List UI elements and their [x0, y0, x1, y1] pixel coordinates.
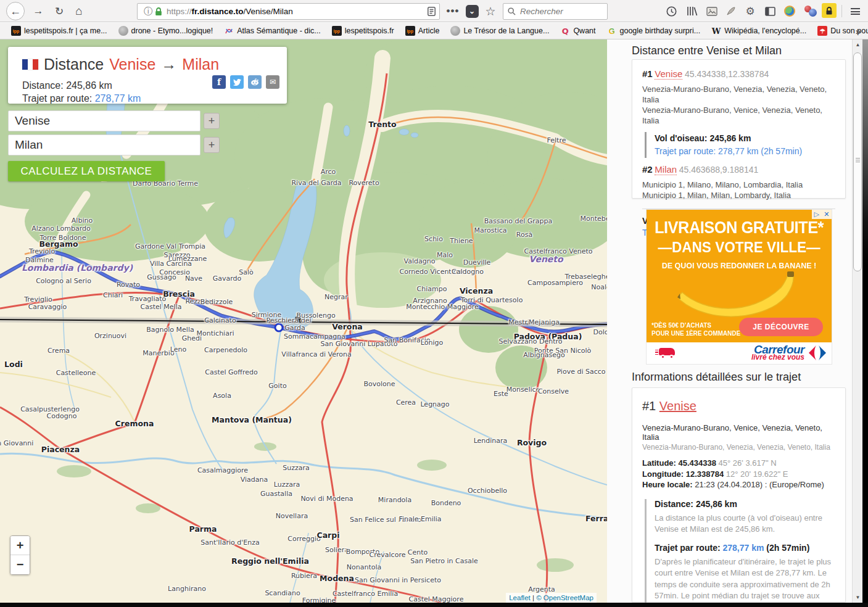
- red-favicon-icon: ☂: [817, 26, 827, 36]
- map-label: Mirandola: [378, 496, 411, 504]
- map-label: Calcinato: [204, 316, 236, 324]
- email-share-icon[interactable]: ✉: [266, 75, 279, 89]
- spheres-extension-icon[interactable]: [802, 3, 819, 19]
- twitter-share-icon[interactable]: [230, 75, 244, 89]
- map-label: Piove di Sacco: [556, 368, 605, 376]
- search-icon: [508, 7, 516, 15]
- bookmarks-overflow-chevron[interactable]: »: [856, 26, 861, 36]
- url-bar[interactable]: ⓘ https://fr.distance.to/Venise/Milan: [137, 3, 440, 20]
- home-button[interactable]: ⌂: [70, 2, 88, 20]
- password-lock-extension-icon[interactable]: [820, 2, 838, 19]
- map-label: Carpi: [316, 531, 339, 540]
- destination-name[interactable]: Milan: [182, 56, 219, 73]
- bookmark-item[interactable]: Ggoogle birthday surpri...: [603, 24, 705, 38]
- facebook-share-icon[interactable]: f: [212, 75, 226, 89]
- ad-cta-button[interactable]: JE DÉCOUVRE: [739, 318, 823, 336]
- sidebar-toggle-icon[interactable]: [761, 3, 779, 19]
- page-actions-icon[interactable]: •••: [444, 2, 461, 20]
- bookmark-item[interactable]: lpplespetitspois.fr: [328, 24, 398, 38]
- map-label: Bagnolo Mella: [146, 326, 194, 334]
- map-canvas[interactable]: Darfo Boario TermeAlbinoAlzano LombardoT…: [0, 39, 607, 603]
- leaflet-link[interactable]: Leaflet: [509, 594, 531, 601]
- milan-link[interactable]: Milan: [655, 164, 677, 175]
- page-info-icon[interactable]: ⓘ: [144, 6, 152, 17]
- map-label: Soliera: [325, 546, 349, 554]
- nav-toolbar: ← → ↻ ⌂ ⓘ https://fr.distance.to/Venise/…: [0, 0, 868, 22]
- bookmarks-bar: lpplespetitspois.fr | ça me...drone - Et…: [0, 23, 868, 39]
- map-label: San Giovanni in Persiceto: [355, 576, 441, 584]
- bookmark-item[interactable]: WWikipédia, l'encyclopé...: [708, 24, 810, 38]
- carrefour-logo-icon: [808, 345, 827, 360]
- map-label: Cremona: [115, 419, 154, 428]
- map-label: Guastalla: [260, 490, 292, 498]
- bookmark-item[interactable]: QQwant: [556, 24, 599, 38]
- search-bar[interactable]: Rechercher: [503, 3, 608, 20]
- page-scrollbar[interactable]: ▲ ▼: [852, 39, 862, 603]
- history-clock-icon[interactable]: [663, 3, 680, 19]
- lpp-favicon-icon: lpp: [11, 26, 21, 36]
- map-label: Langhirano: [168, 585, 206, 593]
- map-label: Arco: [321, 168, 336, 176]
- venise-details-link[interactable]: Venise: [659, 399, 696, 413]
- map-label: Ghedi: [182, 334, 202, 342]
- scrollbar-thumb[interactable]: [853, 52, 862, 271]
- map-label: Rovereto: [349, 179, 379, 187]
- zoom-out-button[interactable]: −: [10, 555, 30, 574]
- map-label: Modena: [320, 574, 354, 583]
- bookmark-star-icon[interactable]: ☆: [482, 2, 499, 20]
- map-label: Cerea: [396, 398, 416, 407]
- reddit-share-icon[interactable]: [248, 75, 262, 89]
- map-zoom-control: + −: [10, 535, 30, 575]
- map-label: Montebelluna: [581, 215, 607, 223]
- gear-icon[interactable]: ⚙: [742, 3, 759, 19]
- map-label: Sant'Ilario d'Enza: [200, 539, 259, 547]
- screenshot-icon[interactable]: [703, 3, 721, 19]
- origin-name[interactable]: Venise: [109, 56, 155, 73]
- forward-button[interactable]: →: [30, 2, 47, 20]
- menu-hamburger-icon[interactable]: [846, 3, 864, 19]
- map-label: Formigine: [302, 597, 336, 603]
- map-label: Montecchio Maggiore: [406, 303, 479, 311]
- bookmark-item[interactable]: Le Trésor de la Langue...: [447, 24, 553, 38]
- adchoices-icon[interactable]: ▷✕: [812, 210, 832, 219]
- add-origin-button[interactable]: +: [204, 113, 220, 129]
- map-label: Noale: [591, 283, 607, 291]
- map-label: Gavardo: [213, 275, 242, 283]
- venise-link[interactable]: Venise: [655, 68, 682, 80]
- map-label: Castelleone: [56, 369, 96, 377]
- pocket-icon[interactable]: ⌄: [463, 2, 481, 20]
- globe-extension-icon[interactable]: [781, 3, 798, 19]
- map-label: San Pietro in Casale: [410, 557, 477, 565]
- ad-brand-strip: Carrefour livré chez vous: [647, 342, 832, 364]
- map-label: Rubiera: [291, 572, 317, 580]
- reader-mode-icon[interactable]: [428, 7, 436, 16]
- bookmark-label: lespetitspois.fr | ça me...: [24, 27, 107, 35]
- advertisement[interactable]: LIVRAISON GRATUITE* —DANS VOTRE VILLE— D…: [647, 210, 832, 364]
- destination-input[interactable]: [8, 134, 200, 155]
- ad-creative[interactable]: LIVRAISON GRATUITE* —DANS VOTRE VILLE— D…: [647, 210, 832, 342]
- library-icon[interactable]: [684, 3, 701, 19]
- map-label: Crevalcore: [370, 551, 406, 559]
- bookmark-item[interactable]: Atlas Sémantique - dic...: [220, 24, 324, 38]
- bookmark-label: Article: [418, 27, 440, 35]
- ad-close-icon[interactable]: ✕: [824, 210, 829, 218]
- osm-link[interactable]: © OpenStreetMap: [536, 594, 593, 601]
- zoom-in-button[interactable]: +: [10, 536, 30, 555]
- share-buttons: f ✉: [212, 75, 279, 89]
- map-label: Lendinara: [474, 437, 508, 445]
- map-label: Mantova (Mantua): [212, 415, 292, 424]
- map-label: Mejaniga: [529, 318, 560, 326]
- scroll-down-arrow[interactable]: ▼: [853, 592, 863, 603]
- bookmark-item[interactable]: drone - Etymo...logique!: [115, 24, 217, 38]
- origin-input[interactable]: [8, 110, 200, 131]
- url-text[interactable]: https://fr.distance.to/Venise/Milan: [167, 7, 428, 16]
- calculate-distance-button[interactable]: CALCULEZ LA DISTANCE: [8, 161, 165, 181]
- quill-extension-icon[interactable]: [722, 3, 740, 19]
- bookmark-item[interactable]: lppArticle: [402, 24, 444, 38]
- reload-button[interactable]: ↻: [51, 2, 68, 20]
- map-label: Feltre: [547, 136, 566, 144]
- bookmark-item[interactable]: lpplespetitspois.fr | ça me...: [7, 24, 111, 38]
- add-destination-button[interactable]: +: [204, 137, 220, 153]
- back-button[interactable]: ←: [6, 2, 25, 20]
- scroll-up-arrow[interactable]: ▲: [853, 39, 863, 50]
